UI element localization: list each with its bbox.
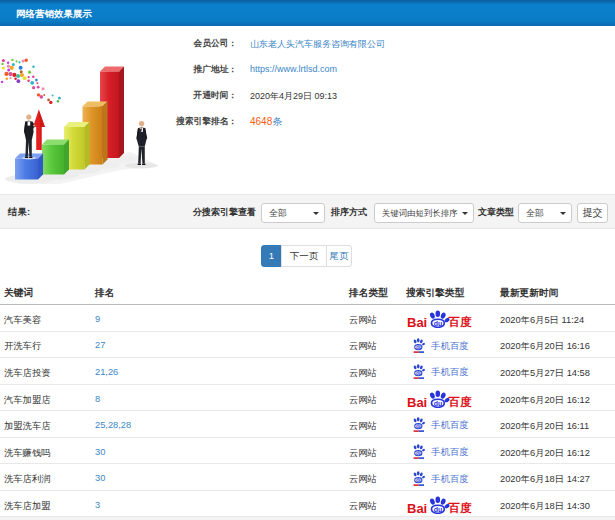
svg-text:du: du (416, 371, 422, 376)
svg-text:手机百度: 手机百度 (431, 446, 469, 457)
svg-text:du: du (416, 424, 422, 429)
svg-text:百度: 百度 (448, 315, 473, 328)
svg-text:手机百度: 手机百度 (431, 340, 469, 351)
svg-text:du: du (434, 506, 443, 513)
svg-text:du: du (434, 320, 443, 327)
svg-text:Bai: Bai (407, 315, 427, 329)
svg-text:du: du (434, 400, 443, 407)
svg-text:手机百度: 手机百度 (431, 419, 469, 430)
svg-text:du: du (416, 478, 422, 483)
svg-text:Bai: Bai (407, 395, 427, 409)
svg-text:百度: 百度 (448, 395, 473, 408)
svg-text:百度: 百度 (448, 501, 473, 514)
svg-text:du: du (416, 345, 422, 350)
svg-text:Bai: Bai (407, 501, 427, 515)
svg-text:手机百度: 手机百度 (431, 473, 469, 484)
svg-text:手机百度: 手机百度 (431, 366, 469, 377)
svg-text:du: du (416, 451, 422, 456)
